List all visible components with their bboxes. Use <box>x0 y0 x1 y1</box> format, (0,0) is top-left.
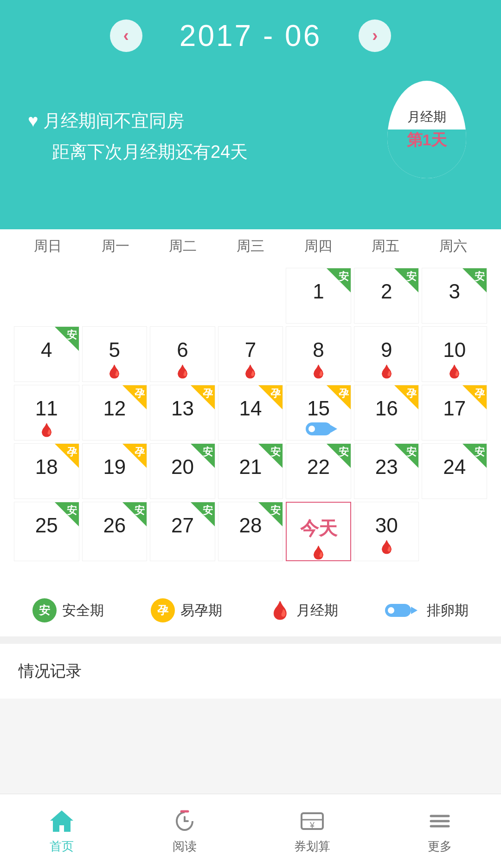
legend-fertile: 孕 易孕期 <box>151 598 222 622</box>
bottom-nav: 首页 阅读 ¥ 券划算 更多 <box>0 794 501 868</box>
nav-coupon[interactable]: ¥ 券划算 <box>285 803 340 859</box>
day-24[interactable]: 安 24 <box>422 443 487 499</box>
day-30[interactable]: 30 🩸 <box>354 502 419 561</box>
nav-read[interactable]: 阅读 <box>162 803 207 859</box>
day-17[interactable]: 孕 17 <box>422 385 487 440</box>
legend: 安 安全期 孕 易孕期 🩸 月经期 排卵期 <box>0 580 501 636</box>
legend-period: 🩸 月经期 <box>269 600 338 621</box>
weekday-wed: 周三 <box>217 229 284 263</box>
period-day: 第1天 <box>407 130 447 151</box>
month-navigation: ‹ 2017 - 06 › <box>28 19 473 53</box>
nav-read-label: 阅读 <box>173 838 197 855</box>
month-title: 2017 - 06 <box>180 19 321 53</box>
period-info: ♥ 月经期间不宜同房 距离下次月经期还有24天 <box>28 109 248 164</box>
app-container: ‹ 2017 - 06 › ♥ 月经期间不宜同房 距离下次月经期还有24天 月经… <box>0 0 501 782</box>
day-7[interactable]: 7 🩸 <box>218 326 283 382</box>
blood-icon-30: 🩸 <box>379 539 395 555</box>
nav-more[interactable]: 更多 <box>417 803 462 859</box>
day-10[interactable]: 10 🩸 <box>422 326 487 382</box>
ovulation-legend-label: 排卵期 <box>427 601 469 620</box>
blood-icon-8: 🩸 <box>310 364 327 379</box>
blood-icon-6: 🩸 <box>174 364 191 379</box>
day-22[interactable]: 安 22 <box>286 443 351 499</box>
period-countdown: 距离下次月经期还有24天 <box>28 140 248 164</box>
day-28[interactable]: 安 28 <box>218 502 283 561</box>
day-18[interactable]: 孕 18 <box>14 443 79 499</box>
period-blood-icon: 🩸 <box>269 600 291 621</box>
blood-icon-10: 🩸 <box>446 364 462 379</box>
info-row: ♥ 月经期间不宜同房 距离下次月经期还有24天 月经期 第1天 <box>28 81 473 192</box>
day-11[interactable]: 11 🩸 <box>14 385 79 440</box>
more-icon <box>426 808 453 835</box>
legend-safe: 安 安全期 <box>32 598 104 622</box>
record-section: 情况记录 <box>0 644 501 699</box>
left-arrow-icon: ‹ <box>123 26 129 45</box>
empty-cell-2 <box>82 268 148 324</box>
svg-text:¥: ¥ <box>309 821 315 830</box>
read-icon <box>171 808 198 835</box>
day-26[interactable]: 安 26 <box>82 502 148 561</box>
prev-month-button[interactable]: ‹ <box>110 19 142 52</box>
day-23[interactable]: 安 23 <box>354 443 419 499</box>
blood-icon-7: 🩸 <box>242 364 258 379</box>
day-25[interactable]: 安 25 <box>14 502 79 561</box>
drop-shape: 月经期 第1天 <box>387 81 466 178</box>
day-12[interactable]: 孕 12 <box>82 385 148 440</box>
day-29-today[interactable]: 今天 🩸 <box>286 502 351 561</box>
nav-more-label: 更多 <box>428 838 452 855</box>
right-arrow-icon: › <box>372 26 378 45</box>
day-20[interactable]: 安 20 <box>150 443 215 499</box>
ovulation-marker <box>306 422 332 435</box>
day-5[interactable]: 5 🩸 <box>82 326 148 382</box>
safe-badge: 安 <box>32 598 57 622</box>
nav-home-label: 首页 <box>50 838 74 855</box>
empty-cell-4 <box>218 268 283 324</box>
safe-label: 安全期 <box>62 601 104 620</box>
fertile-label: 易孕期 <box>180 601 222 620</box>
nav-coupon-label: 券划算 <box>294 838 330 855</box>
weekday-sun: 周日 <box>14 229 82 263</box>
nav-home[interactable]: 首页 <box>39 803 84 859</box>
weekday-headers: 周日 周一 周二 周三 周四 周五 周六 <box>14 229 487 263</box>
weekday-mon: 周一 <box>82 229 149 263</box>
day-9[interactable]: 9 🩸 <box>354 326 419 382</box>
section-divider <box>0 636 501 644</box>
bottom-spacer <box>0 699 501 782</box>
day-14[interactable]: 孕 14 <box>218 385 283 440</box>
empty-cell-1 <box>14 268 79 324</box>
day-19[interactable]: 孕 19 <box>82 443 148 499</box>
period-legend-label: 月经期 <box>296 601 338 620</box>
ovulation-legend-icon <box>385 603 418 618</box>
day-16[interactable]: 孕 16 <box>354 385 419 440</box>
day-13[interactable]: 孕 13 <box>150 385 215 440</box>
weekday-sat: 周六 <box>419 229 487 263</box>
period-drop-indicator: 月经期 第1天 <box>380 81 473 192</box>
svg-marker-0 <box>50 810 73 832</box>
blood-icon-9: 🩸 <box>379 364 395 379</box>
day-4[interactable]: 安 4 <box>14 326 79 382</box>
today-label: 今天 <box>300 516 337 541</box>
period-advice: ♥ 月经期间不宜同房 <box>28 109 248 133</box>
legend-ovulation: 排卵期 <box>385 601 469 620</box>
fertile-badge: 孕 <box>151 598 175 622</box>
next-month-button[interactable]: › <box>359 19 391 52</box>
coupon-icon: ¥ <box>299 808 326 835</box>
day-1[interactable]: 安 1 <box>286 268 351 324</box>
blood-icon-5: 🩸 <box>106 364 122 379</box>
day-8[interactable]: 8 🩸 <box>286 326 351 382</box>
record-title: 情况记录 <box>19 662 82 680</box>
day-2[interactable]: 安 2 <box>354 268 419 324</box>
weekday-thu: 周四 <box>284 229 352 263</box>
day-3[interactable]: 安 3 <box>422 268 487 324</box>
blood-icon-29: 🩸 <box>310 545 327 560</box>
period-label: 月经期 <box>407 108 446 126</box>
day-15[interactable]: 孕 15 <box>286 385 351 440</box>
weekday-tue: 周二 <box>149 229 217 263</box>
calendar-section: 周日 周一 周二 周三 周四 周五 周六 安 1 安 2 <box>0 211 501 580</box>
day-21[interactable]: 安 21 <box>218 443 283 499</box>
day-27[interactable]: 安 27 <box>150 502 215 561</box>
home-icon <box>48 808 75 835</box>
weekday-fri: 周五 <box>352 229 420 263</box>
day-6[interactable]: 6 🩸 <box>150 326 215 382</box>
calendar-grid: 安 1 安 2 安 3 安 4 5 🩸 <box>14 268 487 561</box>
